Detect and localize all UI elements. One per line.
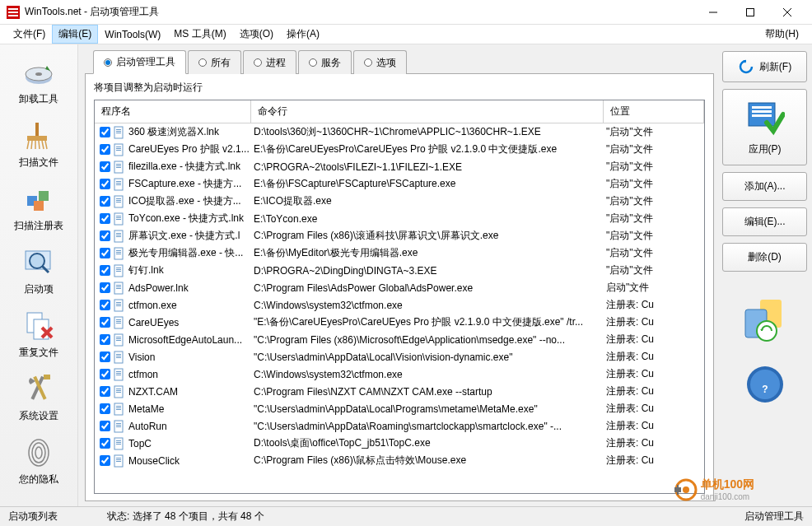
svg-rect-118 [752, 114, 772, 117]
row-loc: "启动"文件 [604, 229, 704, 243]
row-checkbox[interactable] [100, 196, 110, 207]
radio-icon [309, 58, 317, 67]
table-row[interactable]: ctfmon.exeC:\Windows\system32\ctfmon.exe… [95, 296, 704, 314]
svg-rect-104 [116, 423, 121, 424]
svg-line-15 [39, 141, 40, 149]
column-name[interactable]: 程序名 [95, 100, 251, 123]
minimize-button[interactable] [694, 1, 731, 24]
edit-button[interactable]: 编辑(E)... [722, 207, 807, 236]
table-row[interactable]: MetaMe"C:\Users\admin\AppData\Local\Prog… [95, 400, 704, 417]
tab-1[interactable]: 所有 [188, 50, 241, 74]
table-row[interactable]: FSCapture.exe - 快捷方...E:\备份\FSCapture\FS… [95, 175, 704, 193]
sidebar-item-3[interactable]: 启动项 [0, 241, 77, 305]
sidebar-item-2[interactable]: 扫描注册表 [0, 178, 77, 241]
table-row[interactable]: AutoRun"C:\Users\admin\AppData\Roaming\s… [95, 417, 704, 435]
table-row[interactable]: 极光专用编辑器.exe - 快...E:\备份\MyEditor\极光专用编辑器… [95, 244, 704, 262]
table-row[interactable]: MicrosoftEdgeAutoLaun..."C:\Program File… [95, 331, 704, 348]
table-row[interactable]: 钉钉.lnkD:\PROGRA~2\DingDing\DINGTA~3.EXE"… [95, 262, 704, 279]
menu-file[interactable]: 文件(F) [7, 25, 52, 44]
row-checkbox[interactable] [100, 300, 110, 310]
tab-0[interactable]: 启动管理工具 [93, 50, 186, 74]
table-row[interactable]: CareUEyes Pro 护眼 v2.1...E:\备份\CareUEyesP… [95, 141, 704, 158]
row-checkbox[interactable] [100, 282, 110, 293]
menu-actions[interactable]: 操作(A) [280, 25, 326, 44]
sidebar-item-0[interactable]: 卸载工具 [0, 51, 77, 114]
table-row[interactable]: NZXT.CAMC:\Program Files\NZXT CAM\NZXT C… [95, 383, 704, 400]
menu-help[interactable]: 帮助(H) [758, 25, 805, 44]
svg-rect-109 [116, 442, 121, 443]
file-icon [113, 178, 126, 191]
row-checkbox[interactable] [100, 144, 110, 155]
table-row[interactable]: MouseClickC:\Program Files (x86)\鼠标点击特效\… [95, 452, 704, 469]
column-loc[interactable]: 位置 [604, 100, 704, 123]
row-checkbox[interactable] [100, 230, 110, 241]
sidebar-item-label: 重复文件 [19, 346, 58, 360]
sidebar-item-1[interactable]: 扫描文件 [0, 114, 77, 178]
tab-3[interactable]: 服务 [298, 50, 352, 74]
tab-4[interactable]: 选项 [353, 50, 407, 74]
row-checkbox[interactable] [100, 421, 110, 431]
row-checkbox[interactable] [100, 386, 110, 397]
svg-rect-102 [116, 409, 121, 410]
row-cmd: C:\Program Files\NZXT CAM\NZXT CAM.exe -… [251, 386, 604, 398]
list-body[interactable]: 360 极速浏览器X.lnkD:\tools\360浏~1\360CHR~1\C… [95, 123, 704, 493]
close-button[interactable] [768, 1, 805, 24]
row-name: 钉钉.lnk [128, 263, 164, 277]
svg-rect-42 [116, 150, 121, 151]
tab-2[interactable]: 进程 [243, 50, 296, 74]
sidebar-item-4[interactable]: 重复文件 [0, 305, 77, 368]
row-checkbox[interactable] [100, 334, 110, 345]
refresh-icon [738, 58, 754, 75]
svg-rect-62 [116, 236, 121, 237]
row-checkbox[interactable] [100, 403, 110, 414]
svg-rect-108 [116, 440, 121, 441]
help-icon[interactable]: ? [722, 365, 807, 407]
column-cmd[interactable]: 命令行 [251, 100, 604, 123]
table-row[interactable]: ctfmonC:\Windows\system32\ctfmon.exe注册表:… [95, 365, 704, 383]
row-loc: 注册表: Cu [604, 384, 704, 398]
sidebar-item-5[interactable]: 系统设置 [0, 368, 77, 431]
menu-wintools[interactable]: WinTools(W) [98, 26, 167, 43]
row-checkbox[interactable] [100, 213, 110, 224]
svg-rect-21 [34, 201, 44, 211]
sidebar-item-6[interactable]: 您的隐私 [0, 431, 77, 495]
table-row[interactable]: 屏幕识文.exe - 快捷方式.lC:\Program Files (x86)\… [95, 227, 704, 244]
row-checkbox[interactable] [100, 179, 110, 189]
svg-rect-37 [116, 131, 121, 132]
table-row[interactable]: AdsPower.lnkC:\Program Files\AdsPower Gl… [95, 279, 704, 296]
row-loc: 启动"文件 [604, 281, 704, 295]
sidebar-item-label: 扫描注册表 [14, 219, 63, 233]
refresh-button[interactable]: 刷新(F) [722, 51, 807, 82]
row-checkbox[interactable] [100, 317, 110, 328]
row-checkbox[interactable] [100, 369, 110, 379]
menu-options[interactable]: 选项(O) [233, 25, 280, 44]
delete-button[interactable]: 删除(D) [722, 243, 807, 272]
row-name: MicrosoftEdgeAutoLaun... [128, 334, 242, 346]
table-row[interactable]: filezilla.exe - 快捷方式.lnkC:\PROGRA~2\tool… [95, 158, 704, 175]
row-checkbox[interactable] [100, 455, 110, 466]
row-checkbox[interactable] [100, 127, 110, 137]
table-row[interactable]: ToYcon.exe - 快捷方式.lnkE:\ToYcon.exe"启动"文件 [95, 210, 704, 227]
row-checkbox[interactable] [100, 161, 110, 172]
row-checkbox[interactable] [100, 351, 110, 362]
table-row[interactable]: TopCD:\tools\桌面\office\TopC_jb51\TopC.ex… [95, 435, 704, 452]
apply-button[interactable]: 应用(P) [722, 89, 807, 165]
row-checkbox[interactable] [100, 248, 110, 258]
svg-rect-117 [752, 110, 772, 113]
table-row[interactable]: ICO提取器.exe - 快捷方...E:\ICO提取器.exe"启动"文件 [95, 193, 704, 210]
maximize-button[interactable] [731, 1, 768, 24]
menu-edit[interactable]: 编辑(E) [52, 25, 98, 44]
table-row[interactable]: CareUEyes"E:\备份\CareUEyesPro\CareUEyes P… [95, 314, 704, 331]
svg-rect-76 [116, 302, 121, 303]
menu-mstools[interactable]: MS 工具(M) [167, 25, 232, 44]
table-row[interactable]: Vision"C:\Users\admin\AppData\Local\Visi… [95, 348, 704, 365]
svg-rect-50 [116, 184, 121, 185]
add-button[interactable]: 添加(A)... [722, 172, 807, 201]
row-cmd: E:\ToYcon.exe [251, 213, 604, 225]
row-name: CareUEyes [128, 317, 179, 328]
row-cmd: C:\Program Files\AdsPower Global\AdsPowe… [251, 282, 604, 294]
row-checkbox[interactable] [100, 438, 110, 449]
row-checkbox[interactable] [100, 265, 110, 276]
svg-rect-60 [116, 233, 121, 234]
table-row[interactable]: 360 极速浏览器X.lnkD:\tools\360浏~1\360CHR~1\C… [95, 123, 704, 141]
